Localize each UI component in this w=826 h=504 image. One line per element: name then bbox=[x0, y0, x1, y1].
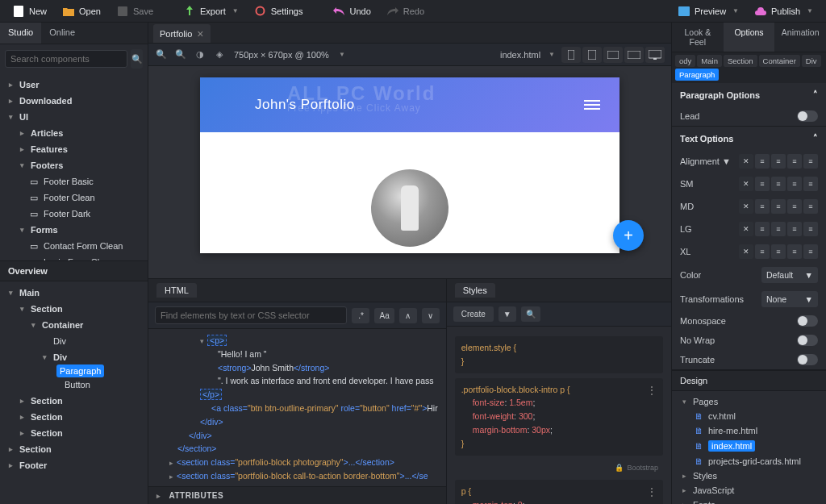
tree-ui[interactable]: ▾UI bbox=[0, 109, 148, 125]
monospace-toggle[interactable] bbox=[797, 315, 818, 327]
preview-button[interactable]: Preview ▼ bbox=[672, 2, 745, 20]
open-button[interactable]: Open bbox=[56, 2, 107, 20]
paragraph-options-head[interactable]: Paragraph Options˄ bbox=[672, 83, 826, 106]
hero-title[interactable]: John's Porftolio bbox=[219, 97, 355, 113]
ov-section3[interactable]: ▸Section bbox=[0, 409, 148, 425]
style-rule-block-intro[interactable]: ⋮ .portfolio-block.block-intro p { font-… bbox=[455, 378, 663, 456]
d-cv[interactable]: 🗎cv.html bbox=[672, 409, 826, 423]
bc-container[interactable]: Container bbox=[759, 55, 800, 67]
tab-look-feel[interactable]: Look & Feel bbox=[672, 23, 724, 52]
align-x[interactable]: ✕ bbox=[739, 154, 753, 169]
tree-articles[interactable]: ▸Articles bbox=[0, 125, 148, 141]
d-hire[interactable]: 🗎hire-me.html bbox=[672, 423, 826, 438]
add-fab-button[interactable]: + bbox=[613, 220, 644, 251]
tree-footer-basic[interactable]: ▭Footer Basic bbox=[0, 173, 148, 190]
ov-container[interactable]: ▾Container bbox=[0, 317, 148, 333]
zoom-out-icon[interactable]: 🔍 bbox=[174, 48, 187, 61]
d-styles[interactable]: ▸Styles bbox=[672, 469, 826, 483]
search-button[interactable]: 🔍 bbox=[131, 49, 143, 69]
device-phone[interactable] bbox=[561, 47, 581, 63]
new-button[interactable]: New bbox=[6, 2, 53, 20]
search-components-input[interactable] bbox=[5, 50, 127, 68]
caret-down-icon[interactable]: ▼ bbox=[549, 51, 555, 58]
dots-menu[interactable]: ⋮ bbox=[646, 381, 658, 399]
search-styles-btn[interactable]: 🔍 bbox=[521, 306, 540, 322]
text-options-head[interactable]: Text Options˄ bbox=[672, 127, 826, 150]
ov-footer[interactable]: ▸Footer bbox=[0, 457, 148, 473]
publish-button[interactable]: Publish ▼ bbox=[749, 2, 820, 20]
d-index[interactable]: 🗎index.html bbox=[672, 438, 826, 454]
d-fonts[interactable]: ▸Fonts bbox=[672, 498, 826, 504]
canvas-file[interactable]: index.html bbox=[500, 50, 540, 60]
eye-icon[interactable]: ◑ bbox=[194, 48, 206, 61]
tab-options[interactable]: Options bbox=[724, 23, 775, 52]
device-laptop[interactable] bbox=[624, 47, 644, 63]
create-style-btn[interactable]: Create bbox=[453, 306, 494, 322]
create-dropdown[interactable]: ▼ bbox=[499, 306, 516, 322]
align-left[interactable]: ≡ bbox=[755, 154, 770, 169]
device-tablet-p[interactable] bbox=[582, 47, 602, 63]
tab-animation[interactable]: Animation bbox=[774, 23, 826, 52]
styles-tab[interactable]: Styles bbox=[455, 283, 495, 298]
bc-paragraph[interactable]: Paragraph bbox=[675, 69, 719, 81]
bc-main[interactable]: Main bbox=[697, 55, 722, 67]
zoom-in-icon[interactable]: 🔍 bbox=[155, 48, 168, 61]
d-javascript[interactable]: ▸JavaScript bbox=[672, 483, 826, 498]
tree-footer-dark[interactable]: ▭Footer Dark bbox=[0, 206, 148, 222]
case-btn[interactable]: Aa bbox=[374, 308, 394, 323]
hero-section[interactable]: ALL PC World Free Apps One Click Away Jo… bbox=[200, 77, 620, 132]
ov-section4[interactable]: ▸Section bbox=[0, 425, 148, 441]
ov-paragraph-selected[interactable]: Paragraph bbox=[56, 364, 104, 377]
design-tab[interactable]: Design bbox=[672, 370, 826, 391]
align-right[interactable]: ≡ bbox=[787, 154, 802, 169]
truncate-toggle[interactable] bbox=[797, 354, 818, 365]
close-tab-icon[interactable]: × bbox=[197, 27, 203, 40]
tree-contact-clean[interactable]: ▭Contact Form Clean bbox=[0, 238, 148, 254]
burger-icon[interactable] bbox=[584, 100, 600, 110]
undo-button[interactable]: Undo bbox=[327, 2, 377, 20]
save-button[interactable]: Save bbox=[111, 2, 160, 20]
html-code-body[interactable]: ▾<p> "Hello! I am " <strong>John Smith</… bbox=[148, 329, 446, 486]
ov-section5[interactable]: ▸Section bbox=[0, 441, 148, 457]
export-button[interactable]: Export ▼ bbox=[177, 2, 245, 20]
color-select[interactable]: Default▼ bbox=[761, 267, 818, 283]
html-tab[interactable]: HTML bbox=[156, 283, 197, 298]
d-pages[interactable]: ▾Pages bbox=[672, 394, 826, 409]
device-tablet-l[interactable] bbox=[603, 47, 623, 63]
html-find-input[interactable] bbox=[155, 306, 347, 324]
lead-toggle[interactable] bbox=[797, 110, 818, 122]
tab-online[interactable]: Online bbox=[41, 23, 83, 44]
file-tab-portfolio[interactable]: Portfolio × bbox=[153, 24, 211, 43]
bc-div[interactable]: Div bbox=[802, 55, 821, 67]
attributes-header[interactable]: ▸ATTRIBUTES bbox=[148, 486, 446, 504]
tree-forms[interactable]: ▾Forms bbox=[0, 222, 148, 238]
ov-div2[interactable]: ▾Div bbox=[0, 349, 148, 365]
bc-body[interactable]: ody bbox=[675, 55, 695, 67]
d-projects[interactable]: 🗎projects-grid-cards.html bbox=[672, 454, 826, 469]
device-desktop[interactable] bbox=[645, 47, 665, 63]
tree-user[interactable]: ▸User bbox=[0, 77, 148, 93]
ov-section2[interactable]: ▸Section bbox=[0, 393, 148, 409]
bc-section[interactable]: Section bbox=[724, 55, 757, 67]
canvas-page[interactable]: ALL PC World Free Apps One Click Away Jo… bbox=[200, 77, 620, 253]
styles-body[interactable]: element.style { } ⋮ .portfolio-block.blo… bbox=[447, 327, 671, 504]
align-justify[interactable]: ≡ bbox=[803, 154, 818, 169]
transform-select[interactable]: None▼ bbox=[761, 291, 818, 307]
tree-footer-clean[interactable]: ▭Footer Clean bbox=[0, 190, 148, 206]
avatar-image[interactable] bbox=[371, 169, 448, 247]
nowrap-toggle[interactable] bbox=[797, 335, 818, 346]
redo-button[interactable]: Redo bbox=[381, 2, 431, 20]
regex-btn[interactable]: .* bbox=[352, 308, 369, 323]
layers-icon[interactable]: ◈ bbox=[213, 48, 226, 61]
style-rule-element[interactable]: element.style { } bbox=[455, 336, 663, 373]
tree-login-clean[interactable]: ▭Login Form Clean bbox=[0, 254, 148, 260]
align-center[interactable]: ≡ bbox=[771, 154, 786, 169]
dots-menu[interactable]: ⋮ bbox=[646, 483, 658, 501]
prev-btn[interactable]: ∧ bbox=[399, 308, 417, 323]
settings-button[interactable]: Settings bbox=[248, 2, 310, 20]
tree-features[interactable]: ▸Features bbox=[0, 141, 148, 157]
tree-footers[interactable]: ▾Footers bbox=[0, 157, 148, 173]
canvas-area[interactable]: ALL PC World Free Apps One Click Away Jo… bbox=[148, 66, 671, 278]
ov-section[interactable]: ▾Section bbox=[0, 301, 148, 317]
ov-button[interactable]: Button bbox=[0, 377, 148, 393]
